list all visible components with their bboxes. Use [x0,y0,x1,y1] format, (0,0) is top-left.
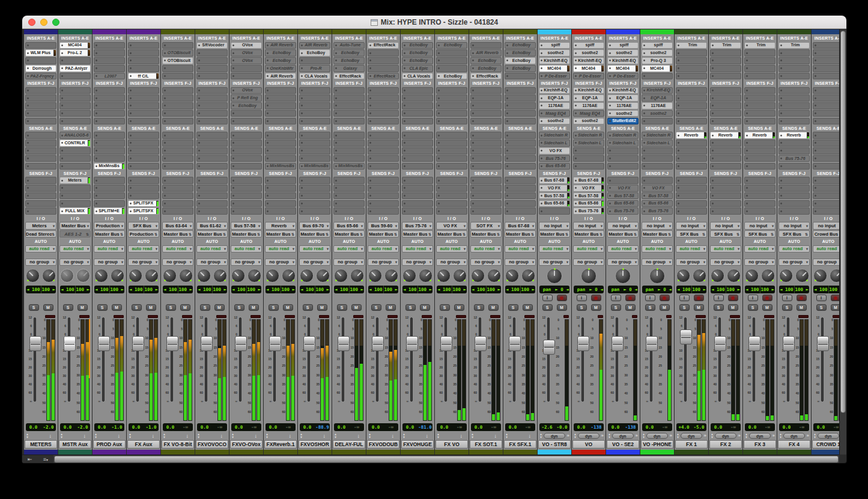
insert-slot[interactable]: EchoBoy [505,42,536,49]
pan-knob-r[interactable] [247,269,261,283]
insert-slot[interactable]: CLA Vocals [402,73,433,80]
send-slot[interactable]: · [231,147,262,155]
input-selector[interactable]: no input▾ [744,222,775,230]
group-selector[interactable]: no group▾ [642,259,673,266]
send-slot[interactable]: MixMnsBs [94,163,125,170]
playlist-follow-icon[interactable]: » [772,433,774,438]
input-monitor-button[interactable]: I [679,295,690,301]
fader-cap[interactable] [509,336,521,351]
insert-slot[interactable]: · [333,94,365,102]
send-slot[interactable]: · [505,139,536,147]
send-slot[interactable]: · [642,155,673,162]
fader-track[interactable] [753,317,755,402]
send-slot[interactable]: VO FX [539,185,570,192]
send-slot[interactable]: · [607,163,639,170]
send-slot[interactable]: · [265,147,296,155]
solo-button[interactable]: S [63,304,73,311]
automation-mode-selector[interactable]: auto read▾ [333,245,365,253]
insert-slot[interactable]: · [436,57,467,64]
send-slot[interactable]: · [744,177,775,184]
solo-button[interactable]: S [29,304,39,311]
pan-knob-l[interactable] [163,269,177,283]
send-slot[interactable]: · [25,163,56,170]
send-slot[interactable]: Meters [59,177,91,184]
send-slot[interactable]: · [265,192,296,200]
automation-mode-selector[interactable]: auto read▾ [94,245,125,253]
group-selector[interactable]: no group▾ [744,259,775,266]
playlist-follow-icon[interactable]: » [738,433,740,438]
send-slot[interactable]: · [402,185,433,192]
insert-slot[interactable]: · [128,65,159,72]
insert-slot[interactable]: · [470,94,502,102]
send-slot[interactable]: · [162,139,193,147]
fader-track[interactable] [513,317,515,402]
fader-cap[interactable] [64,336,76,351]
output-selector[interactable]: Master Bus⇅ [573,230,604,238]
send-slot[interactable]: · [368,139,399,147]
insert-slot[interactable]: EQP-1A [573,94,604,102]
pan-knob-r[interactable] [761,269,775,283]
output-selector[interactable]: SFX Bus⇅ [676,230,707,238]
automation-mode-selector[interactable]: auto read▾ [607,245,639,253]
send-slot[interactable]: · [778,139,810,147]
pan-knob[interactable] [581,268,596,284]
nudge-spinner-icon[interactable]: ▴▾ [472,433,473,439]
output-selector[interactable]: Master Bus⇅ [196,230,228,238]
insert-slot[interactable]: EffectRack [368,42,399,49]
nudge-spinner-icon[interactable]: ▴▾ [198,433,199,439]
volume-display[interactable]: 0.0-1.0 [129,423,159,431]
insert-slot[interactable]: Kirchhff-EQ [607,87,639,94]
insert-slot[interactable]: OTOBiscuit [162,49,193,57]
send-slot[interactable]: · [402,200,433,207]
pan-knob-l[interactable] [129,269,142,283]
insert-slot[interactable]: · [128,118,159,125]
send-slot[interactable]: · [162,163,193,170]
insert-slot[interactable]: · [470,102,502,109]
send-slot[interactable]: ANALOG5-6 [59,132,91,139]
pan-knob[interactable] [547,268,562,284]
volume-display[interactable]: 0.0-∞ [266,423,296,431]
send-slot[interactable]: · [573,155,604,162]
send-slot[interactable]: · [59,155,91,162]
mute-button[interactable]: M [488,304,499,311]
insert-slot[interactable]: · [94,118,125,125]
send-slot[interactable]: Reverb [778,132,810,139]
send-slot[interactable]: Sidechain L [607,139,639,147]
send-slot[interactable]: Bus 65-66 [539,163,570,170]
send-slot[interactable]: · [196,155,228,162]
insert-slot[interactable]: OVox [231,57,262,64]
send-slot[interactable]: · [676,155,707,162]
send-slot[interactable]: · [778,185,810,192]
send-slot[interactable]: · [744,155,775,162]
insert-slot[interactable]: · [710,110,741,117]
insert-slot[interactable]: EchoBoy [470,65,502,72]
pan-display[interactable]: ◄ 100100 ► [779,286,809,293]
mute-button[interactable]: M [557,304,567,311]
group-selector[interactable]: no group▾ [128,259,159,266]
send-slot[interactable]: FULL MIX [59,207,91,215]
title-bar[interactable]: Mix: HYPE INTRO - Sizzle - 041824 [22,16,846,29]
send-slot[interactable]: Sidechain L [539,139,570,147]
nudge-spinner-icon[interactable]: ▴▾ [643,433,645,439]
send-slot[interactable]: · [231,155,262,162]
send-slot[interactable]: · [676,163,707,170]
insert-slot[interactable]: · [368,118,399,125]
insert-slot[interactable]: Auto-Tune [333,42,365,49]
down-arrow-icon[interactable]: ↓ [460,433,463,439]
playlist-follow-icon[interactable]: » [704,433,706,438]
volume-display[interactable]: 0.0-∞ [471,423,501,431]
pan-display[interactable]: ◄ 100100 ► [197,286,227,293]
send-slot[interactable]: · [25,155,56,162]
send-slot[interactable]: · [231,207,262,215]
insert-slot[interactable]: · [196,57,228,64]
insert-slot[interactable]: · [744,49,775,57]
pan-display[interactable]: ◄ 100100 ► [163,286,193,293]
insert-slot[interactable]: EchoBoy [470,57,502,64]
group-selector[interactable]: no group▾ [368,259,399,266]
send-slot[interactable]: · [368,147,399,155]
input-selector[interactable]: Meters▾ [25,222,56,230]
insert-slot[interactable]: EffectRack [333,73,365,80]
insert-slot[interactable]: EQP-1A [539,94,570,102]
insert-slot[interactable]: · [368,49,399,57]
track-name[interactable]: VO -PHONE [641,440,673,448]
